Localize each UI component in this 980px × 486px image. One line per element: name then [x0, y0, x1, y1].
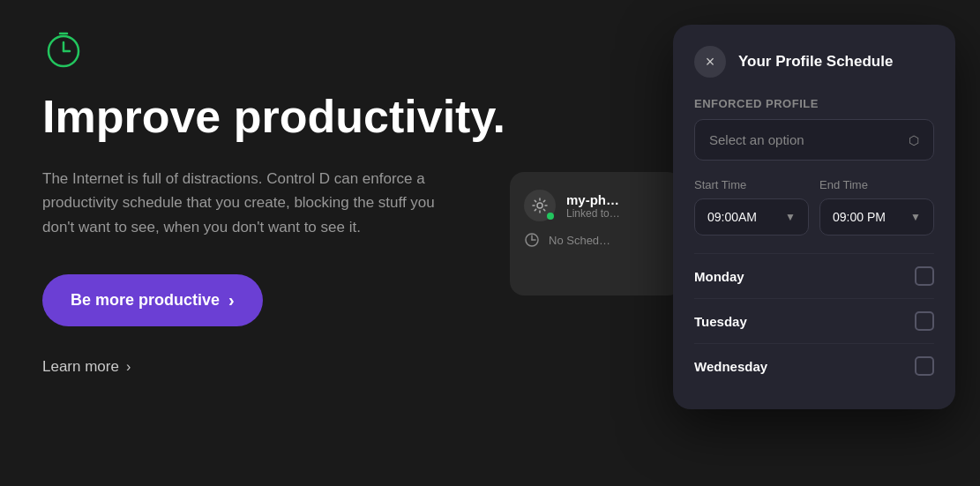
learn-more-button[interactable]: Learn more › — [42, 358, 540, 376]
device-schedule-row: No Sched… — [524, 232, 668, 248]
gear-icon — [524, 190, 556, 221]
description: The Internet is full of distractions. Co… — [42, 167, 466, 239]
enforced-profile-select[interactable]: Select an option ⬡ — [694, 119, 934, 161]
day-label: Tuesday — [694, 314, 747, 329]
end-time-value: 09:00 PM — [833, 210, 886, 224]
device-card-header: my-ph… Linked to… — [524, 190, 668, 221]
learn-more-arrow-icon: › — [126, 359, 131, 375]
modal-header: × Your Profile Schedule — [694, 46, 934, 78]
day-row: Tuesday — [694, 298, 934, 343]
schedule-clock-icon — [524, 232, 540, 248]
device-name: my-ph… — [566, 192, 620, 207]
left-panel: Improve productivity. The Internet is fu… — [0, 0, 582, 486]
select-placeholder: Select an option — [709, 132, 804, 147]
cta-arrow-icon: › — [228, 290, 235, 310]
schedule-text: No Sched… — [549, 234, 610, 247]
day-row: Wednesday — [694, 343, 934, 388]
end-time-group: End Time 09:00 PM ▼ — [819, 178, 934, 236]
device-info: my-ph… Linked to… — [566, 192, 620, 220]
time-row: Start Time 09:00AM ▼ End Time 09:00 PM ▼ — [694, 178, 934, 236]
start-time-chevron-icon: ▼ — [785, 211, 796, 223]
day-checkbox-monday[interactable] — [915, 266, 934, 286]
start-time-select[interactable]: 09:00AM ▼ — [694, 198, 809, 236]
start-time-label: Start Time — [694, 178, 809, 191]
days-container: Monday Tuesday Wednesday — [694, 253, 934, 388]
cta-label: Be more productive — [71, 291, 220, 310]
device-card[interactable]: my-ph… Linked to… No Sched… — [510, 172, 682, 295]
day-checkbox-wednesday[interactable] — [915, 356, 934, 376]
start-time-value: 09:00AM — [707, 210, 757, 224]
chevron-icon: ⬡ — [909, 133, 919, 147]
learn-more-label: Learn more — [42, 358, 119, 376]
schedule-modal: × Your Profile Schedule Enforced Profile… — [673, 25, 955, 409]
end-time-label: End Time — [819, 178, 934, 191]
close-icon: × — [706, 53, 715, 71]
day-label: Monday — [694, 269, 744, 284]
end-time-chevron-icon: ▼ — [910, 211, 921, 223]
modal-title: Your Profile Schedule — [738, 53, 893, 71]
day-checkbox-tuesday[interactable] — [915, 311, 934, 331]
end-time-select[interactable]: 09:00 PM ▼ — [819, 198, 934, 236]
close-button[interactable]: × — [694, 46, 726, 78]
cta-button[interactable]: Be more productive › — [42, 274, 263, 326]
svg-point-4 — [537, 203, 542, 208]
device-sub: Linked to… — [566, 207, 620, 220]
headline: Improve productivity. — [42, 92, 540, 142]
day-row: Monday — [694, 253, 934, 298]
enforced-profile-label: Enforced Profile — [694, 97, 934, 110]
clock-icon — [42, 28, 85, 71]
start-time-group: Start Time 09:00AM ▼ — [694, 178, 809, 236]
day-label: Wednesday — [694, 359, 767, 374]
